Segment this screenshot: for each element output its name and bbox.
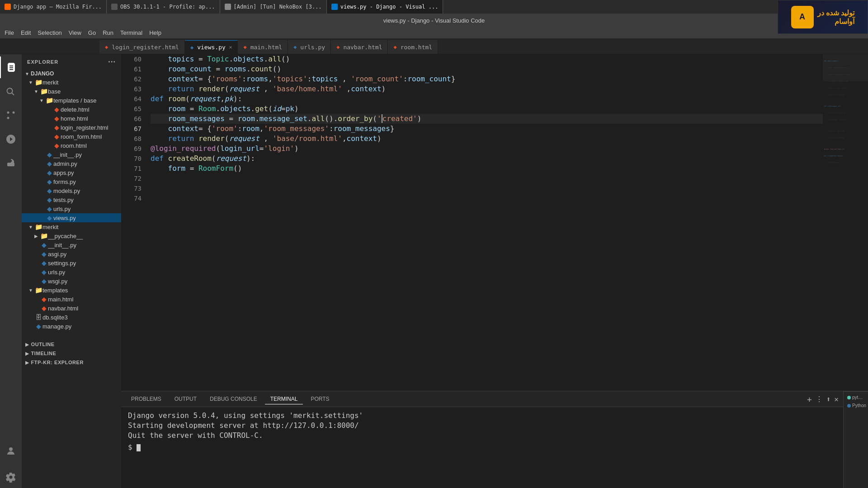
- terminal-expand-button[interactable]: ⬆: [826, 395, 831, 404]
- tree-room-form-html[interactable]: ◆ room_form.html: [22, 132, 121, 141]
- tab-close-button[interactable]: ✕: [229, 44, 232, 50]
- top-right-banner: A تولید شده درآواسام: [778, 0, 868, 34]
- tree-settings-py[interactable]: ◆ settings.py: [22, 258, 121, 267]
- terminal-python-entry-1[interactable]: python me...: [846, 394, 866, 401]
- code-line-70: return render(request , 'base/room.html'…: [151, 134, 823, 144]
- tree-urls-py-1[interactable]: ◆ urls.py: [22, 204, 121, 213]
- code-content[interactable]: topics = Topic.objects.all() room_count …: [146, 54, 823, 391]
- tree-db-sqlite3[interactable]: 🗄 db.sqlite3: [22, 313, 121, 322]
- menu-file[interactable]: File: [5, 29, 14, 36]
- tree-root-django[interactable]: ▼ DJANGO: [22, 70, 121, 78]
- tree-login-register-html[interactable]: ◆ login_register.html: [22, 123, 121, 132]
- menu-terminal[interactable]: Terminal: [120, 29, 142, 36]
- code-scroll-area[interactable]: 60 61 62 63 64 65 66 67 68 69 70 71 72 7…: [121, 54, 823, 391]
- browser-tab-firefox[interactable]: Django app — Mozilla Fir...: [0, 0, 107, 14]
- terminal-cursor: [137, 444, 141, 451]
- menu-go[interactable]: Go: [88, 29, 96, 36]
- editor-tab-bar: ◆ login_register.html ◆ views.py ✕ ◆ mai…: [0, 38, 868, 54]
- activity-extensions[interactable]: [0, 152, 22, 174]
- activity-git[interactable]: [0, 104, 22, 126]
- py-icon-2: ◆: [293, 44, 297, 50]
- tree-room-html[interactable]: ◆ room.html: [22, 141, 121, 150]
- tree-merkit-2[interactable]: ▼ 📁 merkit: [22, 222, 121, 231]
- tree-home-html[interactable]: ◆ home.html: [22, 114, 121, 123]
- line-numbers: 60 61 62 63 64 65 66 67 68 69 70 71 72 7…: [121, 54, 146, 391]
- activity-explorer[interactable]: [0, 56, 22, 78]
- tree-views-py[interactable]: ◆ views.py: [22, 213, 121, 222]
- code-line-65: def room(request,pk):: [151, 94, 823, 104]
- tab-navbar-html[interactable]: ◆ navbar.html: [331, 40, 388, 54]
- tree-tests-py[interactable]: ◆ tests.py: [22, 195, 121, 204]
- activity-search[interactable]: [0, 80, 22, 102]
- html-icon-2: ◆: [243, 44, 246, 50]
- tree-base[interactable]: ▼ 📁 base: [22, 87, 121, 96]
- tab-main-html[interactable]: ◆ main.html: [238, 40, 288, 54]
- tree-models-py[interactable]: ◆ models.py: [22, 186, 121, 195]
- terminal-actions: + ⋮ ⬆ ✕: [807, 394, 839, 404]
- terminal-tab-problems[interactable]: PROBLEMS: [126, 394, 167, 404]
- terminal-menu-button[interactable]: ⋮: [816, 395, 823, 404]
- tree-pycache[interactable]: ▶ 📁 __pycache__: [22, 231, 121, 240]
- code-line-73: def createRoom(request):: [151, 154, 823, 164]
- activity-bar: [0, 54, 22, 488]
- tree-wsgi-py[interactable]: ◆ wsgi.py: [22, 277, 121, 286]
- python-dot-2: [847, 404, 851, 408]
- tree-asgi-py[interactable]: ◆ asgi.py: [22, 249, 121, 258]
- tree-delete-html[interactable]: ◆ delete.html: [22, 105, 121, 114]
- activity-account[interactable]: [0, 440, 22, 462]
- svg-point-1: [7, 117, 9, 119]
- tree-urls-py-2[interactable]: ◆ urls.py: [22, 267, 121, 277]
- tree-init-py-2[interactable]: ◆ __init__.py: [22, 240, 121, 249]
- tree-templates-base[interactable]: ▼ 📁 templates / base: [22, 96, 121, 105]
- terminal-line-1: Django version 5.0.4, using settings 'me…: [128, 411, 836, 421]
- timeline-section-header[interactable]: ▶ TIMELINE: [22, 349, 121, 358]
- activity-settings[interactable]: [0, 466, 22, 488]
- terminal-tab-ports[interactable]: PORTS: [305, 394, 335, 404]
- outline-section-header[interactable]: ▶ OUTLINE: [22, 340, 121, 349]
- tree-admin-py[interactable]: ◆ admin.py: [22, 159, 121, 168]
- menu-help[interactable]: Help: [149, 29, 161, 36]
- activity-debug[interactable]: [0, 128, 22, 150]
- tree-forms-py[interactable]: ◆ forms.py: [22, 177, 121, 186]
- terminal-tab-debug[interactable]: DEBUG CONSOLE: [204, 394, 263, 404]
- terminal-content[interactable]: Django version 5.0.4, using settings 'me…: [121, 407, 843, 488]
- tree-merkit-1[interactable]: ▼ 📁 merkit: [22, 78, 121, 87]
- menu-edit[interactable]: Edit: [21, 29, 31, 36]
- code-line-66: room = Room.objects.get(id=pk): [151, 104, 823, 114]
- browser-tab-nekocafe[interactable]: [Admin] [Tun] NekoBox [3...: [220, 0, 327, 14]
- sidebar-menu-button[interactable]: ···: [108, 58, 116, 66]
- terminal-python-entry-2[interactable]: Python: [846, 402, 866, 409]
- tree-init-py-1[interactable]: ◆ __init__.py: [22, 150, 121, 159]
- menu-selection[interactable]: Selection: [38, 29, 61, 36]
- html-icon-4: ◆: [393, 44, 396, 50]
- code-line-61: room_count = rooms.count(): [151, 64, 823, 74]
- tree-main-html[interactable]: ◆ main.html: [22, 295, 121, 304]
- ftp-section-header[interactable]: ▶ FTP-KR: EXPLORER: [22, 358, 121, 367]
- browser-tab-vscode[interactable]: views.py - Django - Visual ...: [327, 0, 443, 14]
- code-line-67: room_messages = room.message_set.all().o…: [151, 114, 823, 124]
- menu-view[interactable]: View: [69, 29, 81, 36]
- svg-point-3: [9, 447, 13, 451]
- terminal-tab-output[interactable]: OUTPUT: [169, 394, 202, 404]
- menu-run[interactable]: Run: [103, 29, 113, 36]
- code-line-63: return render(request , 'base/home.html'…: [151, 84, 823, 94]
- tree-templates[interactable]: ▼ 📁 templates: [22, 286, 121, 295]
- terminal-close-button[interactable]: ✕: [834, 395, 839, 404]
- tree-manage-py[interactable]: ◆ manage.py: [22, 322, 121, 331]
- terminal-main: PROBLEMS OUTPUT DEBUG CONSOLE TERMINAL P…: [121, 391, 843, 488]
- tree-navbar-html[interactable]: ◆ navbar.html: [22, 304, 121, 313]
- terminal-tab-terminal[interactable]: TERMINAL: [265, 394, 303, 404]
- banner-logo: A: [791, 6, 814, 28]
- tab-views-py[interactable]: ◆ views.py ✕: [185, 40, 238, 54]
- sidebar-bottom: ▶ OUTLINE ▶ TIMELINE ▶ FTP-KR: EXPLORER: [22, 340, 121, 367]
- tree-apps-py[interactable]: ◆ apps.py: [22, 168, 121, 177]
- browser-tab-obs[interactable]: OBS 30.1.1-1 - Profile: ap...: [107, 0, 220, 14]
- terminal-add-button[interactable]: +: [807, 394, 812, 404]
- minimap: def home(request): rooms = Room.objects.…: [823, 54, 868, 391]
- tab-urls-py[interactable]: ◆ urls.py: [288, 40, 331, 54]
- terminal-cursor-line: $: [128, 442, 836, 452]
- terminal-tab-bar: PROBLEMS OUTPUT DEBUG CONSOLE TERMINAL P…: [121, 391, 843, 407]
- tab-login-register[interactable]: ◆ login_register.html: [99, 40, 185, 54]
- tab-room-html[interactable]: ◆ room.html: [388, 40, 438, 54]
- menu-bar: File Edit Selection View Go Run Terminal…: [0, 27, 868, 38]
